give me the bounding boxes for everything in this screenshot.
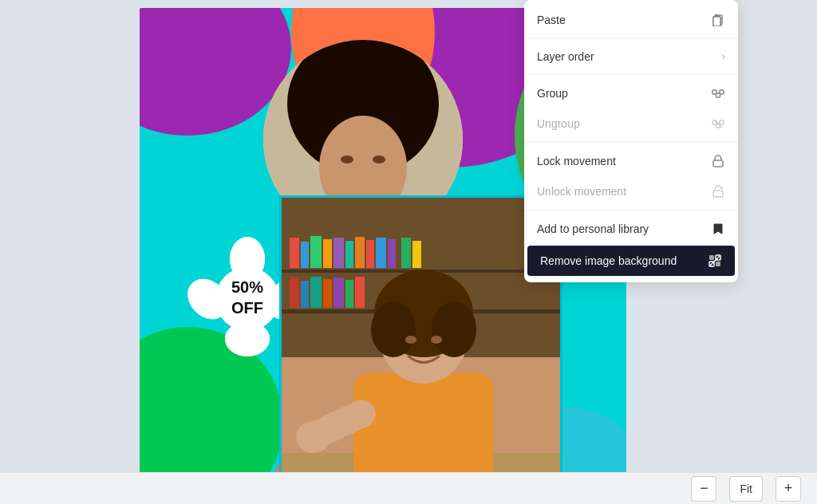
menu-item-unlock[interactable]: Unlock movement — [524, 176, 738, 207]
menu-divider-1 — [524, 38, 738, 39]
svg-rect-41 — [310, 277, 322, 308]
photo-overlay — [279, 195, 562, 494]
photo-svg — [282, 198, 562, 494]
svg-rect-74 — [716, 262, 720, 266]
menu-item-remove-bg[interactable]: Remove image background — [527, 246, 735, 276]
svg-rect-31 — [334, 238, 344, 268]
svg-rect-63 — [716, 93, 720, 97]
svg-rect-59 — [713, 17, 720, 26]
svg-rect-39 — [290, 278, 299, 308]
menu-label-paste: Paste — [537, 14, 566, 26]
menu-item-paste[interactable]: Paste — [524, 5, 738, 35]
svg-point-51 — [371, 301, 416, 357]
zoom-out-button[interactable]: − — [691, 476, 716, 502]
svg-rect-40 — [301, 281, 309, 308]
svg-rect-35 — [376, 238, 386, 268]
menu-divider-4 — [524, 210, 738, 211]
svg-rect-45 — [355, 277, 365, 308]
group-icon — [711, 86, 725, 100]
svg-rect-43 — [334, 278, 344, 308]
menu-item-add-library[interactable]: Add to personal library — [524, 214, 738, 244]
menu-item-group[interactable]: Group — [524, 78, 738, 108]
remove-bg-icon — [708, 254, 722, 268]
zoom-in-button[interactable]: + — [776, 476, 801, 502]
menu-divider-2 — [524, 74, 738, 75]
bottom-bar: − Fit + — [0, 472, 817, 504]
svg-rect-33 — [355, 237, 365, 268]
svg-rect-30 — [323, 239, 332, 268]
context-menu: Paste Layer order › Group — [524, 0, 738, 282]
library-icon — [711, 222, 725, 236]
svg-rect-28 — [301, 242, 309, 268]
menu-label-layer-order: Layer order — [537, 50, 594, 63]
svg-point-12 — [373, 156, 385, 163]
svg-rect-38 — [412, 241, 421, 268]
menu-label-lock: Lock movement — [537, 155, 616, 167]
svg-rect-32 — [345, 241, 353, 268]
layer-order-chevron-icon: › — [722, 51, 725, 62]
svg-rect-42 — [323, 279, 332, 308]
menu-label-unlock: Unlock movement — [537, 185, 626, 198]
svg-point-54 — [431, 336, 442, 344]
svg-rect-44 — [345, 280, 353, 308]
svg-text:50%: 50% — [231, 278, 263, 296]
menu-label-add-library: Add to personal library — [537, 222, 649, 235]
svg-point-52 — [432, 301, 476, 357]
svg-text:OFF: OFF — [231, 299, 263, 317]
svg-point-56 — [296, 421, 331, 453]
svg-rect-36 — [388, 239, 396, 268]
svg-rect-71 — [709, 255, 714, 260]
svg-rect-37 — [401, 238, 411, 268]
lock-icon — [711, 154, 725, 168]
menu-item-lock[interactable]: Lock movement — [524, 146, 738, 176]
svg-rect-69 — [713, 191, 723, 197]
svg-rect-29 — [310, 236, 322, 268]
menu-label-remove-bg: Remove image background — [540, 254, 677, 267]
unlock-icon — [711, 184, 725, 199]
svg-rect-68 — [713, 160, 723, 167]
menu-label-group: Group — [537, 87, 568, 100]
menu-item-ungroup[interactable]: Ungroup — [524, 108, 738, 139]
menu-label-ungroup: Ungroup — [537, 117, 580, 130]
svg-rect-60 — [715, 14, 719, 17]
zoom-fit-button[interactable]: Fit — [729, 476, 763, 502]
menu-item-layer-order[interactable]: Layer order › — [524, 42, 738, 71]
paste-icon — [711, 13, 725, 27]
ungroup-icon — [711, 116, 725, 131]
svg-point-11 — [341, 156, 353, 163]
svg-point-53 — [405, 336, 416, 344]
menu-divider-3 — [524, 142, 738, 143]
svg-rect-34 — [366, 240, 374, 268]
svg-rect-27 — [290, 238, 299, 268]
